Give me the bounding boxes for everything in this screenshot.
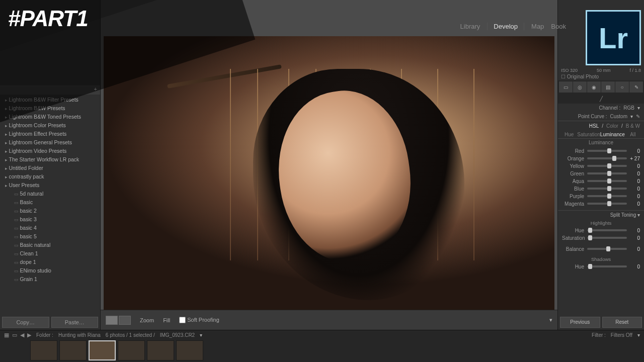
next-photo-icon[interactable]: ▶ <box>27 332 31 338</box>
tone-curve-mini[interactable]: ╱ <box>558 94 644 104</box>
preset-item[interactable]: Clean 1 <box>5 249 100 258</box>
curve-edit-icon[interactable]: ✎ <box>636 114 640 119</box>
preset-item[interactable]: Basic natural <box>5 241 100 249</box>
luminance-title: Luminance <box>558 139 644 146</box>
preset-group[interactable]: The Starter Workflow LR pack <box>5 155 100 164</box>
photo-count: 6 photos / 1 selected / <box>106 332 155 338</box>
hue-slider[interactable]: Hue 0 <box>562 227 640 234</box>
lightroom-logo: Lr <box>586 10 641 65</box>
prev-photo-icon[interactable]: ◀ <box>20 332 24 338</box>
preset-group[interactable]: Untitled Folder <box>5 164 100 172</box>
luminance-red-slider[interactable]: Red0 <box>562 147 640 154</box>
preset-item[interactable]: basic 2 <box>5 207 100 215</box>
thumbnail[interactable] <box>30 340 57 360</box>
grad-tool-icon[interactable]: ▤ <box>601 81 615 93</box>
soft-proofing-toggle[interactable]: Soft Proofing <box>179 317 219 324</box>
module-book[interactable]: Book <box>551 23 566 30</box>
secondary-display-icon[interactable]: ▭ <box>12 332 17 338</box>
preset-item[interactable]: ENimo studio <box>5 266 100 275</box>
chevron-down-icon[interactable]: ▾ <box>630 114 633 119</box>
current-file: IMG_0923.CR2 <box>160 332 195 338</box>
hsl-tab[interactable]: HSL <box>589 123 599 129</box>
module-library[interactable]: Library <box>460 23 480 30</box>
hsl-panel-header: HSL/ Color/ B & W <box>558 121 644 131</box>
bw-tab[interactable]: B & W <box>626 123 640 129</box>
brush-tool-icon[interactable]: ✎ <box>629 81 643 93</box>
tab-saturation[interactable]: Saturation <box>577 132 600 137</box>
main-photo <box>104 36 554 310</box>
overlay-title: #PART1 <box>8 6 88 31</box>
folder-name[interactable]: Hunting with Riana <box>58 332 101 338</box>
filmstrip: ▦ ▭ ◀ ▶ Folder : Hunting with Riana 6 ph… <box>0 330 644 362</box>
luminance-sliders: Red0Orange+ 27Yellow0Green0Aqua0Blue0Pur… <box>558 146 644 210</box>
balance-slider[interactable]: Balance 0 <box>562 245 640 252</box>
split-toning-header[interactable]: Split Toning ▾ <box>558 210 644 219</box>
tab-all[interactable]: All <box>625 132 641 137</box>
luminance-purple-slider[interactable]: Purple0 <box>562 193 640 200</box>
preset-group[interactable]: Lightroom Effect Presets <box>5 130 100 138</box>
saturation-slider[interactable]: Saturation 0 <box>562 234 640 241</box>
thumbnail[interactable] <box>176 340 203 360</box>
filmstrip-nav: ▦ ▭ ◀ ▶ <box>4 332 31 338</box>
channel-label: Channel : <box>599 105 621 111</box>
copy-button[interactable]: Copy… <box>2 317 49 328</box>
content-toolbar: Zoom Fill Soft Proofing ▾ <box>101 310 557 330</box>
lightroom-logo-text: Lr <box>599 21 628 55</box>
luminance-magenta-slider[interactable]: Magenta0 <box>562 200 640 207</box>
chevron-down-icon[interactable]: ▾ <box>637 105 640 111</box>
before-after-button[interactable] <box>119 316 131 325</box>
zoom-label[interactable]: Zoom <box>140 317 154 323</box>
module-map[interactable]: Map <box>531 23 544 30</box>
luminance-green-slider[interactable]: Green0 <box>562 170 640 177</box>
original-photo-toggle[interactable]: Original Photo <box>558 73 644 80</box>
preset-item[interactable]: basic 4 <box>5 224 100 232</box>
filter-select[interactable]: Filters Off <box>611 332 632 338</box>
crop-tool-icon[interactable]: ▭ <box>559 81 573 93</box>
luminance-aqua-slider[interactable]: Aqua0 <box>562 177 640 185</box>
tab-hue[interactable]: Hue <box>561 132 577 137</box>
hue-slider-shadows[interactable]: Hue 0 <box>562 263 640 270</box>
paste-button[interactable]: Paste… <box>51 317 99 328</box>
thumbnail-strip <box>0 339 644 362</box>
preset-group[interactable]: Lightroom Video Presets <box>5 147 100 155</box>
previous-button[interactable]: Previous <box>560 317 600 328</box>
thumbnail[interactable] <box>147 340 174 360</box>
preset-item[interactable]: Grain 1 <box>5 275 100 284</box>
radial-tool-icon[interactable]: ○ <box>615 81 629 93</box>
preset-item[interactable]: Basic <box>5 198 100 207</box>
preset-item[interactable]: basic 5 <box>5 232 100 241</box>
chevron-down-icon[interactable]: ▾ <box>200 332 202 338</box>
spot-tool-icon[interactable]: ◎ <box>573 81 587 93</box>
preset-group[interactable]: contrastly pack <box>5 172 100 181</box>
tab-luminance[interactable]: Luminance <box>600 132 625 137</box>
preset-item[interactable]: 5d natural <box>5 190 100 198</box>
fill-label[interactable]: Fill <box>163 317 170 323</box>
preset-group[interactable]: Lightroom General Presets <box>5 138 100 147</box>
hsl-subtabs: Hue Saturation Luminance All <box>558 131 644 139</box>
thumbnail[interactable] <box>59 340 87 360</box>
luminance-blue-slider[interactable]: Blue0 <box>562 185 640 192</box>
grid-icon[interactable]: ▦ <box>4 332 9 338</box>
preset-item[interactable]: basic 3 <box>5 215 100 224</box>
module-develop[interactable]: Develop <box>487 23 524 30</box>
view-mode-buttons <box>106 316 131 325</box>
chevron-down-icon[interactable]: ▾ <box>637 332 640 338</box>
highlights-label: Highlights <box>558 219 644 226</box>
channel-select[interactable]: RGB <box>623 105 634 111</box>
toolbar-disclose-icon[interactable]: ▾ <box>549 317 552 323</box>
preset-item[interactable]: dope 1 <box>5 258 100 266</box>
luminance-yellow-slider[interactable]: Yellow0 <box>562 162 640 169</box>
point-curve-select[interactable]: Custom <box>610 114 627 119</box>
thumbnail-selected[interactable] <box>89 340 116 360</box>
loupe-view-button[interactable] <box>106 316 118 325</box>
preset-group[interactable]: Lightroom Color Presets <box>5 121 100 130</box>
module-picker: Library Develop Map Book <box>460 23 566 30</box>
folder-label: Folder : <box>36 332 53 338</box>
luminance-orange-slider[interactable]: Orange+ 27 <box>562 155 640 162</box>
point-curve-label: Point Curve : <box>578 114 607 119</box>
thumbnail[interactable] <box>118 340 145 360</box>
color-tab[interactable]: Color <box>606 123 618 129</box>
preset-group[interactable]: User Presets <box>5 181 100 190</box>
redeye-tool-icon[interactable]: ◉ <box>587 81 601 93</box>
reset-button[interactable]: Reset <box>602 317 642 328</box>
